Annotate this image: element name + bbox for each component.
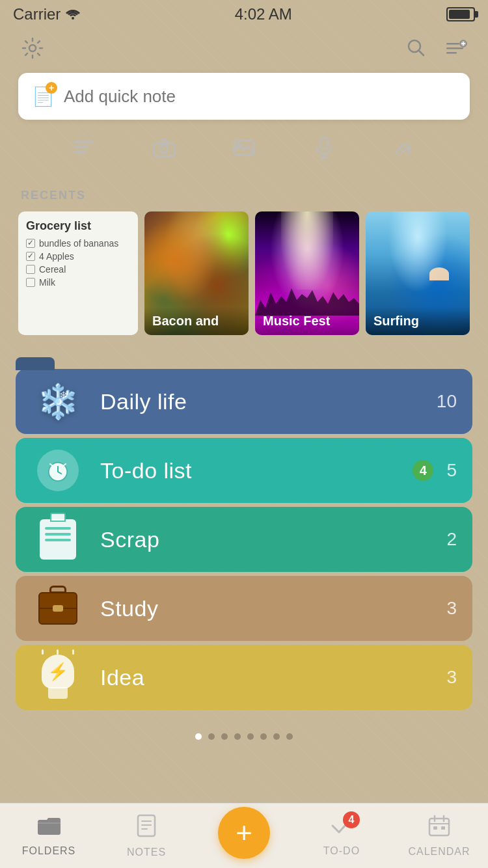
calendar-nav-icon [428, 815, 450, 842]
status-bar: Carrier 4:02 AM [0, 0, 488, 29]
bacon-label: Bacon and [144, 307, 249, 335]
checkbox-1 [26, 239, 35, 248]
svg-point-10 [160, 145, 168, 153]
snowflake-extra-icon: ❄ [59, 388, 72, 401]
folder-icon-study [16, 576, 100, 641]
top-toolbar [0, 29, 488, 68]
nav-notes[interactable]: NOTES [98, 804, 195, 868]
folder-daily-life[interactable]: ❄️ ❄ Daily life 10 [16, 369, 472, 434]
checkbox-4 [26, 278, 35, 287]
dot-7[interactable] [273, 733, 280, 740]
add-button[interactable]: + [218, 807, 270, 859]
dot-4[interactable] [234, 733, 241, 740]
folder-icon-daily: ❄️ ❄ [16, 369, 100, 434]
search-button[interactable] [402, 34, 431, 62]
notes-nav-icon [136, 814, 157, 843]
folders-section: ❄️ ❄ Daily life 10 To-do [0, 355, 488, 714]
folder-nav-icon [36, 815, 61, 841]
folder-count-study: 3 [446, 598, 457, 619]
quick-note-input[interactable] [64, 87, 457, 107]
folder-icon-scrap [16, 507, 100, 572]
settings-button[interactable] [18, 34, 47, 62]
alarm-clock-icon [37, 450, 79, 491]
nav-calendar[interactable]: CALENDAR [390, 804, 488, 868]
folder-tab-daily [16, 357, 55, 370]
svg-rect-3 [446, 43, 459, 45]
grocery-item-1: bundles of bananas [26, 238, 130, 249]
camera-button[interactable] [148, 131, 180, 164]
time-display: 4:02 AM [235, 5, 292, 23]
stage-light [281, 211, 333, 290]
folder-count-idea: 3 [446, 667, 457, 688]
image-button[interactable] [228, 131, 260, 164]
battery-icon [446, 7, 475, 21]
folder-study[interactable]: Study 3 [16, 576, 472, 641]
folder-name-daily: Daily life [100, 389, 437, 414]
note-badge: + [46, 82, 57, 94]
todo-nav-badge: 4 [343, 811, 360, 828]
draw-button[interactable] [388, 131, 420, 164]
nav-notes-label: NOTES [127, 847, 166, 858]
grocery-item-2: 4 Apples [26, 251, 130, 262]
folder-name-study: Study [100, 596, 446, 621]
snowflake-icon: ❄️ [37, 382, 79, 422]
bulb-icon: ⚡ [40, 655, 76, 700]
dot-2[interactable] [208, 733, 215, 740]
todo-badge: 4 [413, 460, 433, 481]
recent-card-surfing[interactable]: Surfing [366, 211, 470, 335]
folder-stack: ❄️ ❄ Daily life 10 To-do [16, 355, 472, 714]
folder-count-daily: 10 [437, 391, 457, 412]
nav-todo-label: TO-DO [323, 845, 360, 857]
surfer-figure [429, 267, 449, 280]
bottom-nav: FOLDERS NOTES + 4 TO-DO [0, 803, 488, 868]
svg-rect-20 [429, 819, 449, 835]
recents-section: RECENTS Grocery list bundles of bananas … [18, 182, 470, 335]
grocery-item-3: Cereal [26, 264, 130, 275]
recent-card-grocery[interactable]: Grocery list bundles of bananas 4 Apples… [18, 211, 138, 335]
dot-5[interactable] [247, 733, 254, 740]
quick-note-container[interactable]: 📄 + [18, 73, 470, 120]
wifi-icon [66, 5, 80, 23]
recent-card-bacon[interactable]: Bacon and [144, 211, 249, 335]
menu-button[interactable] [441, 34, 470, 62]
folder-name-scrap: Scrap [100, 527, 446, 552]
dot-8[interactable] [286, 733, 293, 740]
clipboard-icon [40, 519, 76, 560]
nav-add[interactable]: + [195, 804, 293, 868]
svg-rect-13 [320, 137, 328, 149]
checkbox-3 [26, 265, 35, 274]
recents-grid: Grocery list bundles of bananas 4 Apples… [18, 211, 470, 335]
svg-point-1 [29, 45, 36, 51]
nav-todo[interactable]: 4 TO-DO [293, 804, 390, 868]
text-format-button[interactable] [68, 131, 100, 164]
svg-rect-22 [441, 826, 445, 830]
grocery-title: Grocery list [26, 219, 130, 233]
svg-text:❄: ❄ [59, 390, 68, 401]
grocery-item-4: Milk [26, 277, 130, 288]
folder-count-scrap: 2 [446, 529, 457, 550]
dot-3[interactable] [221, 733, 228, 740]
folder-todo-list[interactable]: To-do list 4 5 [16, 438, 472, 503]
svg-rect-4 [446, 47, 463, 49]
music-label: Music Fest [255, 307, 359, 335]
microphone-button[interactable] [308, 131, 340, 164]
svg-rect-5 [446, 52, 457, 54]
briefcase-icon [38, 592, 77, 625]
todo-nav-wrap: 4 [330, 815, 353, 841]
carrier-info: Carrier [13, 5, 80, 23]
toolbar-right-icons [402, 34, 470, 62]
svg-point-0 [72, 17, 74, 20]
checkbox-2 [26, 252, 35, 261]
dot-6[interactable] [260, 733, 267, 740]
nav-folders-label: FOLDERS [22, 845, 76, 857]
folder-name-idea: Idea [100, 665, 446, 690]
svg-rect-21 [433, 826, 437, 830]
folder-icon-todo [16, 438, 100, 503]
dot-1[interactable] [195, 733, 202, 740]
recent-card-music[interactable]: Music Fest [255, 211, 359, 335]
nav-folders[interactable]: FOLDERS [0, 804, 98, 868]
page-dots [0, 720, 488, 753]
folder-idea[interactable]: ⚡ Idea 3 [16, 645, 472, 710]
folder-count-todo: 5 [446, 460, 457, 481]
folder-scrap[interactable]: Scrap 2 [16, 507, 472, 572]
